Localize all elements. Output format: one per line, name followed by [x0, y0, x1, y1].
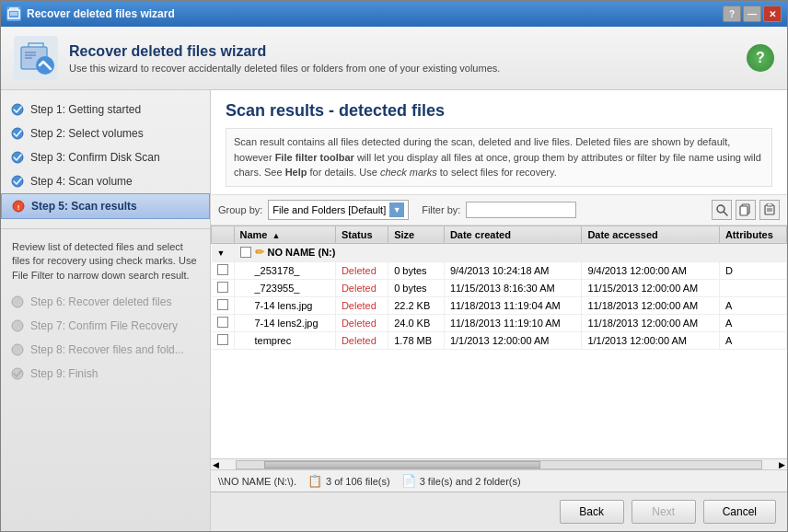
col-date-accessed[interactable]: Date accessed	[582, 226, 720, 243]
group-expand-cell[interactable]: ▼	[212, 243, 235, 261]
folders-count: 3 file(s) and 2 folder(s)	[420, 476, 521, 487]
step5-icon: !	[11, 199, 26, 214]
group-row[interactable]: ▼ ✏ NO NAME (N:)	[212, 243, 787, 261]
toolbar-icons	[712, 200, 780, 220]
row-status: Deleted	[335, 279, 388, 296]
group-checkbox[interactable]	[240, 247, 251, 258]
col-checkbox[interactable]	[212, 226, 235, 243]
col-name[interactable]: Name ▲	[234, 226, 335, 243]
sidebar: Step 1: Getting started Step 2: Select v…	[1, 90, 211, 531]
row-date-created: 1/1/2013 12:00:00 AM	[444, 331, 582, 349]
svg-line-19	[724, 212, 728, 215]
col-size[interactable]: Size	[388, 226, 445, 243]
row-checkbox[interactable]	[217, 264, 228, 275]
step8-icon	[10, 342, 25, 357]
svg-rect-23	[767, 203, 772, 206]
titlebar-buttons: ? — ✕	[723, 6, 782, 22]
row-size: 0 bytes	[388, 279, 445, 296]
row-date-created: 9/4/2013 10:24:18 AM	[444, 261, 582, 279]
cancel-button[interactable]: Cancel	[703, 500, 776, 524]
files-count: 3 of 106 file(s)	[326, 476, 390, 487]
row-status: Deleted	[335, 261, 388, 279]
step6-label: Step 6: Recover deleted files	[30, 295, 171, 308]
row-date-created: 11/18/2013 11:19:04 AM	[444, 296, 582, 314]
step3-icon	[10, 150, 25, 165]
row-name: temprec	[234, 331, 335, 349]
row-attributes	[719, 279, 786, 296]
titlebar: Recover deleted files wizard ? — ✕	[1, 1, 787, 27]
step6-icon	[10, 295, 25, 309]
row-name: 7-14 lens2.jpg	[234, 314, 335, 331]
table-row[interactable]: temprec Deleted 1.78 MB 1/1/2013 12:00:0…	[212, 331, 787, 349]
row-name: _253178_	[234, 261, 335, 279]
files-icon: 📋	[307, 474, 322, 488]
row-size: 0 bytes	[388, 261, 445, 279]
hscrollbar-track[interactable]	[236, 460, 762, 469]
sidebar-item-step1[interactable]: Step 1: Getting started	[1, 98, 210, 121]
table-row[interactable]: _723955_ Deleted 0 bytes 11/15/2013 8:16…	[212, 279, 787, 296]
step9-icon	[10, 366, 25, 381]
svg-point-16	[12, 344, 23, 355]
table-row[interactable]: _253178_ Deleted 0 bytes 9/4/2013 10:24:…	[212, 261, 787, 279]
filter-by-input[interactable]	[466, 202, 576, 218]
scroll-left-btn[interactable]: ◀	[211, 460, 221, 469]
row-check-cell[interactable]	[212, 279, 235, 296]
header-title: Recover deleted files wizard	[69, 43, 500, 60]
header-text: Recover deleted files wizard Use this wi…	[69, 43, 500, 74]
scan-results-title: Scan results - detected files	[226, 101, 772, 121]
status-path: \\NO NAME (N:\).	[218, 476, 296, 487]
sidebar-item-step4[interactable]: Step 4: Scan volume	[1, 169, 210, 193]
row-checkbox[interactable]	[217, 317, 228, 328]
table-row[interactable]: 7-14 lens.jpg Deleted 22.2 KB 11/18/2013…	[212, 296, 787, 314]
sidebar-item-step7: Step 7: Confirm File Recovery	[1, 314, 210, 338]
row-check-cell[interactable]	[212, 331, 235, 349]
col-date-created[interactable]: Date created	[444, 226, 582, 243]
row-checkbox[interactable]	[217, 282, 228, 293]
row-date-accessed: 9/4/2013 12:00:00 AM	[582, 261, 720, 279]
help-button[interactable]: ?	[723, 6, 741, 22]
sidebar-item-step2[interactable]: Step 2: Select volumes	[1, 121, 210, 145]
col-status[interactable]: Status	[335, 226, 388, 243]
close-button[interactable]: ✕	[763, 6, 782, 22]
window-title: Recover deleted files wizard	[27, 7, 723, 20]
row-check-cell[interactable]	[212, 296, 235, 314]
row-name: _723955_	[234, 279, 335, 296]
paste-icon-btn[interactable]	[759, 200, 780, 220]
header: Recover deleted files wizard Use this wi…	[1, 27, 787, 90]
row-check-cell[interactable]	[212, 314, 235, 331]
row-checkbox[interactable]	[217, 299, 228, 310]
group-by-select[interactable]: File and Folders [Default] ▼	[268, 200, 409, 220]
file-table-container[interactable]: Name ▲ Status Size Date created Date acc…	[211, 226, 787, 459]
row-date-created: 11/15/2013 8:16:30 AM	[444, 279, 582, 296]
step4-label: Step 4: Scan volume	[30, 175, 133, 188]
sidebar-item-step6: Step 6: Recover deleted files	[1, 290, 210, 314]
main-content: Step 1: Getting started Step 2: Select v…	[1, 90, 787, 531]
search-icon-btn[interactable]	[712, 200, 732, 220]
col-attributes[interactable]: Attributes	[719, 226, 786, 243]
row-attributes: A	[719, 331, 786, 349]
horizontal-scrollbar[interactable]: ◀ ▶	[211, 458, 787, 469]
sidebar-item-step5[interactable]: ! Step 5: Scan results	[1, 193, 210, 219]
expand-arrow: ▼	[217, 249, 226, 258]
table-row[interactable]: 7-14 lens2.jpg Deleted 24.0 KB 11/18/201…	[212, 314, 787, 331]
step3-label: Step 3: Confirm Disk Scan	[30, 151, 160, 164]
row-attributes: A	[719, 314, 786, 331]
step2-label: Step 2: Select volumes	[30, 127, 144, 140]
step2-icon	[10, 126, 25, 141]
scroll-right-btn[interactable]: ▶	[777, 460, 787, 469]
back-button[interactable]: Back	[560, 500, 624, 524]
row-date-accessed: 11/18/2013 12:00:00 AM	[582, 314, 720, 331]
row-attributes: A	[719, 296, 786, 314]
next-button[interactable]: Next	[632, 500, 696, 524]
sidebar-item-step8: Step 8: Recover files and fold...	[1, 338, 210, 362]
svg-point-18	[717, 205, 724, 213]
hscrollbar-thumb[interactable]	[264, 461, 540, 468]
step5-label: Step 5: Scan results	[31, 200, 137, 213]
sidebar-item-step3[interactable]: Step 3: Confirm Disk Scan	[1, 145, 210, 169]
minimize-button[interactable]: —	[743, 6, 761, 22]
row-check-cell[interactable]	[212, 261, 235, 279]
row-attributes: D	[719, 261, 786, 279]
copy-icon-btn[interactable]	[736, 200, 756, 220]
row-checkbox[interactable]	[217, 334, 228, 345]
help-circle-button[interactable]: ?	[747, 44, 774, 72]
